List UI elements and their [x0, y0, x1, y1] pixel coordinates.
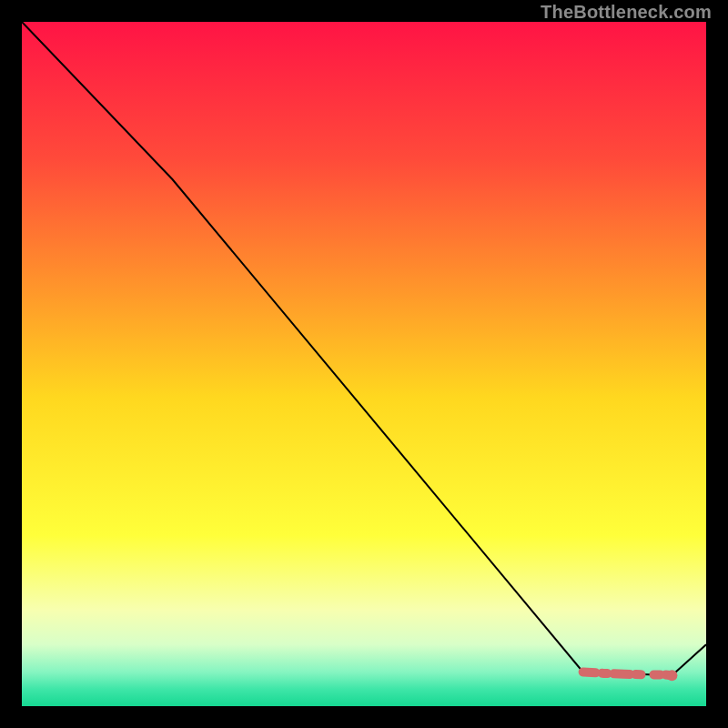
watermark-text: TheBottleneck.com [541, 2, 712, 23]
bottleneck-chart [22, 22, 706, 706]
marker-end-dot [666, 670, 677, 681]
chart-canvas [22, 22, 706, 706]
gradient-background [22, 22, 706, 706]
marker-band-path [583, 672, 672, 675]
